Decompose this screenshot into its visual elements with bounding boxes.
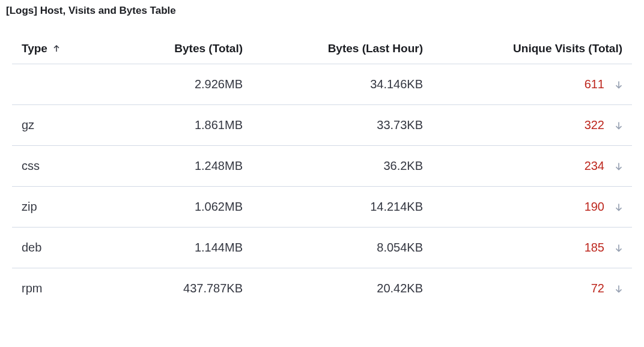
cell-bytes-total: 1.861MB bbox=[120, 105, 252, 146]
visits-value: 322 bbox=[585, 118, 604, 132]
cell-unique-visits: 185 bbox=[433, 228, 632, 268]
cell-type: zip bbox=[12, 187, 120, 228]
cell-bytes-last-hour: 8.054KB bbox=[252, 228, 433, 268]
cell-bytes-last-hour: 36.2KB bbox=[252, 146, 433, 187]
cell-type bbox=[12, 64, 120, 105]
cell-bytes-last-hour: 34.146KB bbox=[252, 64, 433, 105]
cell-type: css bbox=[12, 146, 120, 187]
column-label: Bytes (Last Hour) bbox=[328, 42, 423, 55]
cell-bytes-last-hour: 20.42KB bbox=[252, 268, 433, 309]
cell-type: gz bbox=[12, 105, 120, 146]
arrow-down-icon bbox=[613, 201, 625, 213]
arrow-down-icon bbox=[613, 242, 625, 254]
cell-bytes-total: 437.787KB bbox=[120, 268, 252, 309]
cell-bytes-total: 1.248MB bbox=[120, 146, 252, 187]
table-row: css1.248MB36.2KB234 bbox=[12, 146, 632, 187]
cell-unique-visits: 611 bbox=[433, 64, 632, 105]
cell-type: rpm bbox=[12, 268, 120, 309]
cell-unique-visits: 72 bbox=[433, 268, 632, 309]
column-header-type[interactable]: Type bbox=[12, 34, 120, 64]
cell-bytes-total: 1.062MB bbox=[120, 187, 252, 228]
cell-bytes-total: 2.926MB bbox=[120, 64, 252, 105]
cell-bytes-last-hour: 33.73KB bbox=[252, 105, 433, 146]
visits-value: 190 bbox=[585, 200, 604, 214]
column-header-unique-visits[interactable]: Unique Visits (Total) bbox=[433, 34, 632, 64]
panel-title: [Logs] Host, Visits and Bytes Table bbox=[6, 5, 632, 17]
cell-bytes-total: 1.144MB bbox=[120, 228, 252, 268]
column-label: Unique Visits (Total) bbox=[513, 42, 622, 55]
column-header-bytes-total[interactable]: Bytes (Total) bbox=[120, 34, 252, 64]
column-header-bytes-last-hour[interactable]: Bytes (Last Hour) bbox=[252, 34, 433, 64]
arrow-down-icon bbox=[613, 283, 625, 295]
arrow-down-icon bbox=[613, 79, 625, 91]
visits-value: 72 bbox=[591, 282, 604, 295]
column-label: Type bbox=[22, 42, 47, 55]
visits-value: 611 bbox=[585, 77, 604, 91]
visits-value: 185 bbox=[585, 241, 604, 255]
table-row: 2.926MB34.146KB611 bbox=[12, 64, 632, 105]
arrow-down-icon bbox=[613, 160, 625, 172]
logs-table: Type Bytes (Total) Bytes (Last Hour) Uni… bbox=[12, 34, 632, 309]
cell-unique-visits: 234 bbox=[433, 146, 632, 187]
cell-type: deb bbox=[12, 228, 120, 268]
cell-unique-visits: 322 bbox=[433, 105, 632, 146]
cell-bytes-last-hour: 14.214KB bbox=[252, 187, 433, 228]
arrow-up-icon bbox=[51, 43, 62, 54]
table-row: gz1.861MB33.73KB322 bbox=[12, 105, 632, 146]
table-row: rpm437.787KB20.42KB72 bbox=[12, 268, 632, 309]
table-row: deb1.144MB8.054KB185 bbox=[12, 228, 632, 268]
table-row: zip1.062MB14.214KB190 bbox=[12, 187, 632, 228]
cell-unique-visits: 190 bbox=[433, 187, 632, 228]
arrow-down-icon bbox=[613, 119, 625, 131]
column-label: Bytes (Total) bbox=[174, 42, 243, 55]
visits-value: 234 bbox=[585, 159, 604, 173]
